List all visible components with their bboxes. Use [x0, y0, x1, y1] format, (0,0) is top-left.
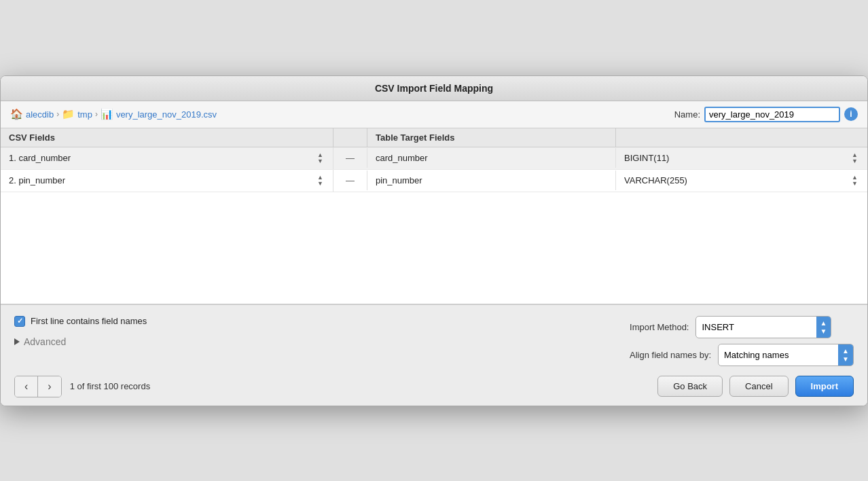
first-line-checkbox-row: ✓ First line contains field names: [14, 316, 147, 327]
bottom-section: ✓ First line contains field names Advanc…: [1, 304, 867, 406]
th-middle: [333, 128, 367, 147]
dialog-title: CSV Import Field Mapping: [1, 76, 867, 101]
first-line-label: First line contains field names: [31, 316, 147, 326]
td-separator-2: —: [333, 171, 367, 190]
stepper-down-2[interactable]: ▼: [316, 181, 325, 187]
nav-prev-button[interactable]: ‹: [15, 376, 38, 397]
home-icon: 🏠: [10, 108, 23, 120]
options-row: ✓ First line contains field names Advanc…: [14, 316, 854, 366]
td-csv-field-1: 1. card_number ▲ ▼: [1, 147, 333, 169]
td-target-field-2: pin_number: [367, 171, 616, 190]
footer-row: ‹ › 1 of first 100 records Go Back Cance…: [14, 376, 854, 397]
breadcrumb-sep-2: ›: [95, 109, 98, 119]
nav-buttons: ‹ ›: [14, 376, 62, 397]
th-csv-fields: CSV Fields: [1, 128, 333, 147]
type-stepper-down-2[interactable]: ▼: [850, 181, 859, 187]
th-target-fields: Table Target Fields: [367, 128, 616, 147]
right-options: Import Method: INSERT UPDATE REPLACE IGN…: [630, 316, 854, 366]
table-header: CSV Fields Table Target Fields: [1, 128, 867, 147]
stepper-down-1[interactable]: ▼: [316, 158, 325, 164]
nav-next-button[interactable]: ›: [38, 376, 60, 397]
table-row: 2. pin_number ▲ ▼ — pin_number VARCHAR(2…: [1, 170, 867, 192]
import-method-row: Import Method: INSERT UPDATE REPLACE IGN…: [630, 316, 854, 338]
breadcrumb-row: 🏠 alecdib › 📁 tmp › 📊 very_large_nov_201…: [1, 101, 867, 128]
import-button[interactable]: Import: [795, 376, 854, 397]
td-type-2: VARCHAR(255) ▲ ▼: [616, 170, 867, 192]
td-csv-field-2: 2. pin_number ▲ ▼: [1, 170, 333, 192]
table-body: 1. card_number ▲ ▼ — card_number BIGINT(…: [1, 147, 867, 304]
advanced-label[interactable]: Advanced: [24, 336, 66, 347]
records-label: 1 of first 100 records: [70, 381, 151, 391]
align-field-row: Align field names by: Matching names Fie…: [630, 344, 854, 366]
table-row: 1. card_number ▲ ▼ — card_number BIGINT(…: [1, 147, 867, 170]
td-type-1: BIGINT(11) ▲ ▼: [616, 147, 867, 169]
align-select[interactable]: Matching names Field position: [719, 347, 838, 363]
breadcrumb-file[interactable]: 📊 very_large_nov_2019.csv: [101, 108, 217, 120]
td-separator-1: —: [333, 148, 367, 168]
td-target-field-1: card_number: [367, 148, 616, 168]
field-mapping-table: CSV Fields Table Target Fields 1. card_n…: [1, 128, 867, 304]
cancel-button[interactable]: Cancel: [729, 376, 788, 397]
advanced-triangle-icon[interactable]: [14, 338, 20, 345]
action-buttons: Go Back Cancel Import: [657, 376, 854, 397]
breadcrumb-sep-1: ›: [56, 109, 59, 119]
align-label: Align field names by:: [630, 350, 711, 360]
breadcrumb-folder[interactable]: 📁 tmp: [62, 108, 92, 120]
align-select-wrapper: Matching names Field position ▲ ▼: [718, 344, 854, 366]
left-options: ✓ First line contains field names Advanc…: [14, 316, 147, 347]
name-input[interactable]: [704, 107, 840, 122]
import-method-select[interactable]: INSERT UPDATE REPLACE IGNORE: [696, 319, 816, 335]
align-arrow[interactable]: ▲ ▼: [838, 344, 853, 366]
type-stepper-down-1[interactable]: ▼: [850, 158, 859, 164]
th-type: [616, 128, 867, 147]
csv-field-stepper-1[interactable]: ▲ ▼: [316, 152, 325, 164]
csv-field-stepper-2[interactable]: ▲ ▼: [316, 175, 325, 187]
type-stepper-2[interactable]: ▲ ▼: [850, 175, 859, 187]
folder-icon: 📁: [62, 108, 75, 120]
name-label: Name:: [674, 109, 700, 120]
go-back-button[interactable]: Go Back: [657, 376, 723, 397]
breadcrumb-home[interactable]: 🏠 alecdib: [10, 108, 54, 120]
first-line-checkbox[interactable]: ✓: [14, 316, 25, 327]
title-text: CSV Import Field Mapping: [375, 83, 493, 94]
file-icon: 📊: [101, 108, 113, 120]
import-method-label: Import Method:: [630, 322, 689, 332]
import-method-select-wrapper: INSERT UPDATE REPLACE IGNORE ▲ ▼: [695, 316, 831, 338]
checkmark-icon: ✓: [17, 317, 23, 325]
dialog: CSV Import Field Mapping 🏠 alecdib › 📁 t…: [0, 75, 868, 406]
info-button[interactable]: i: [844, 107, 858, 121]
type-stepper-1[interactable]: ▲ ▼: [850, 152, 859, 164]
name-section: Name: i: [674, 107, 858, 122]
import-method-arrow[interactable]: ▲ ▼: [816, 317, 831, 338]
advanced-row: Advanced: [14, 336, 147, 347]
